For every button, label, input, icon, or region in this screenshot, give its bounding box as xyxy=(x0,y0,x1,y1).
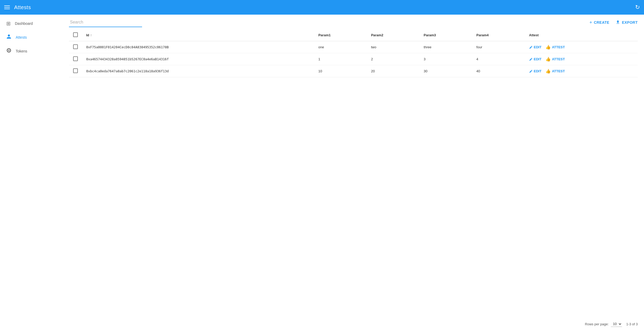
app-title: Attests xyxy=(14,4,31,10)
sidebar-item-tokens[interactable]: Tokens xyxy=(2,45,61,57)
edit-button[interactable]: EDIT xyxy=(529,45,542,49)
thumbs-up-icon: 👍 xyxy=(546,57,551,62)
edit-label: EDIT xyxy=(534,57,542,61)
export-icon xyxy=(616,20,620,25)
refresh-icon[interactable]: ↻ xyxy=(635,4,640,11)
edit-button[interactable]: EDIT xyxy=(529,57,542,61)
row-id: 0xF75a0001F014204CecD8c84A838495352c0617… xyxy=(82,41,314,53)
attest-button[interactable]: 👍 ATTEST xyxy=(546,57,565,62)
sidebar-item-label: Attests xyxy=(16,35,27,39)
row-param4: 4 xyxy=(472,53,525,65)
export-button[interactable]: EXPORT xyxy=(616,20,638,25)
row-param4: four xyxy=(472,41,525,53)
row-id: 0xa46574434328a8594851b5267EC0a4e6aB1431… xyxy=(82,53,314,65)
row-checkbox[interactable] xyxy=(73,56,78,61)
row-actions: EDIT 👍 ATTEST xyxy=(525,53,638,65)
sidebar-item-label: Dashboard xyxy=(15,21,33,26)
table-header-row: Id ↑ Param1 Param2 Param3 Param4 Attest xyxy=(69,29,638,41)
svg-point-2 xyxy=(8,50,10,51)
attests-icon xyxy=(6,34,11,40)
table-row: 0xa46574434328a8594851b5267EC0a4e6aB1431… xyxy=(69,53,638,65)
row-param3: 3 xyxy=(419,53,472,65)
sort-arrow-icon: ↑ xyxy=(90,33,92,37)
appbar: Attests ↻ xyxy=(0,0,644,15)
layout: Close menu ⊞ Dashboard Attests Tokens + xyxy=(0,15,644,330)
create-label: CREATE xyxy=(594,20,610,25)
main-content: + CREATE EXPORT xyxy=(63,15,644,330)
create-button[interactable]: + CREATE xyxy=(589,20,610,25)
select-all-checkbox[interactable] xyxy=(73,32,78,37)
row-actions: EDIT 👍 ATTEST xyxy=(525,41,638,53)
sidebar-item-label: Tokens xyxy=(16,49,27,53)
attest-label: ATTEST xyxy=(552,45,565,49)
thumbs-up-icon: 👍 xyxy=(546,45,551,50)
table-row: 0xbc4ca0eda7647a8ab7c2061c2e118a18a936f1… xyxy=(69,65,638,77)
header-checkbox-col xyxy=(69,29,82,41)
row-param2: 20 xyxy=(367,65,420,77)
edit-label: EDIT xyxy=(534,45,542,49)
header-id[interactable]: Id ↑ xyxy=(82,29,314,41)
rows-per-page-select[interactable]: 10 25 50 xyxy=(611,321,622,327)
thumbs-up-icon: 👍 xyxy=(546,69,551,74)
header-attest: Attest xyxy=(525,29,638,41)
row-param2: 2 xyxy=(367,53,420,65)
row-checkbox[interactable] xyxy=(73,44,78,49)
toolbar-actions: + CREATE EXPORT xyxy=(589,20,638,25)
table-row: 0xF75a0001F014204CecD8c84A838495352c0617… xyxy=(69,41,638,53)
toolbar: + CREATE EXPORT xyxy=(63,15,644,27)
attest-button[interactable]: 👍 ATTEST xyxy=(546,69,565,74)
rows-per-page-label: Rows per page: xyxy=(585,322,609,326)
row-checkbox[interactable] xyxy=(73,68,78,73)
header-param4: Param4 xyxy=(472,29,525,41)
row-id: 0xbc4ca0eda7647a8ab7c2061c2e118a18a936f1… xyxy=(82,65,314,77)
row-checkbox-cell xyxy=(69,65,82,77)
header-param2: Param2 xyxy=(367,29,420,41)
row-param1: 1 xyxy=(314,53,367,65)
rows-per-page: Rows per page: 10 25 50 xyxy=(585,321,622,327)
table-wrapper: Id ↑ Param1 Param2 Param3 Param4 Attest xyxy=(63,27,644,318)
row-param1: 10 xyxy=(314,65,367,77)
row-param3: 30 xyxy=(419,65,472,77)
search-input[interactable] xyxy=(69,18,142,27)
sidebar-item-attests[interactable]: Attests xyxy=(2,31,61,44)
data-table: Id ↑ Param1 Param2 Param3 Param4 Attest xyxy=(69,29,638,77)
header-param3: Param3 xyxy=(419,29,472,41)
row-checkbox-cell xyxy=(69,41,82,53)
attest-button[interactable]: 👍 ATTEST xyxy=(546,45,565,50)
pagination: Rows per page: 10 25 50 1-3 of 3 xyxy=(63,318,644,330)
row-param2: two xyxy=(367,41,420,53)
header-param1: Param1 xyxy=(314,29,367,41)
page-info: 1-3 of 3 xyxy=(626,322,638,326)
sidebar-item-dashboard[interactable]: ⊞ Dashboard xyxy=(2,17,61,30)
row-param4: 40 xyxy=(472,65,525,77)
dashboard-icon: ⊞ xyxy=(6,20,11,27)
attest-label: ATTEST xyxy=(552,57,565,61)
attest-label: ATTEST xyxy=(552,69,565,73)
plus-icon: + xyxy=(589,20,592,25)
sidebar: Close menu ⊞ Dashboard Attests Tokens xyxy=(0,15,63,330)
export-label: EXPORT xyxy=(622,20,638,25)
row-param3: three xyxy=(419,41,472,53)
edit-button[interactable]: EDIT xyxy=(529,69,542,73)
tokens-icon xyxy=(6,48,11,54)
row-param1: one xyxy=(314,41,367,53)
hamburger-menu-icon[interactable] xyxy=(4,5,10,9)
row-actions: EDIT 👍 ATTEST xyxy=(525,65,638,77)
row-checkbox-cell xyxy=(69,53,82,65)
edit-label: EDIT xyxy=(534,69,542,73)
